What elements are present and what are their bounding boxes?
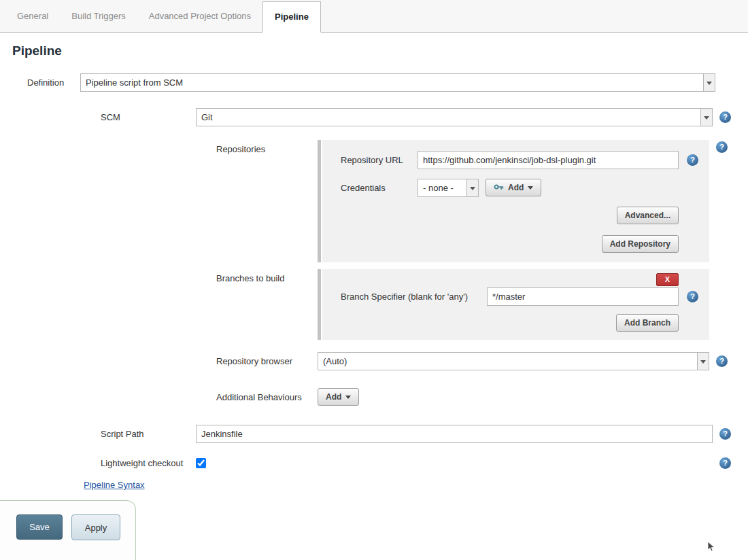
scm-row: SCM Git ? [0, 108, 748, 126]
add-behaviour-button[interactable]: Add [318, 388, 359, 406]
delete-branch-button[interactable]: X [656, 273, 679, 286]
repository-browser-select-value: (Auto) [318, 353, 697, 370]
pipeline-syntax-wrap: Pipeline Syntax [0, 480, 748, 490]
definition-label: Definition [27, 73, 80, 88]
repository-url-help-icon[interactable]: ? [687, 154, 698, 166]
lightweight-checkout-checkbox[interactable] [196, 458, 206, 468]
tab-general[interactable]: General [5, 1, 60, 32]
branches-label: Branches to build [216, 269, 318, 283]
pipeline-syntax-link[interactable]: Pipeline Syntax [84, 480, 145, 490]
branch-specifier-row: Branch Specifier (blank for 'any') ? [341, 287, 698, 306]
advanced-button[interactable]: Advanced... [617, 207, 679, 224]
scm-select[interactable]: Git [196, 108, 713, 126]
repositories-help-icon[interactable]: ? [716, 141, 728, 153]
tab-build-triggers[interactable]: Build Triggers [60, 1, 137, 32]
scm-select-value: Git [197, 109, 700, 126]
scm-help-icon[interactable]: ? [719, 111, 731, 123]
branches-section: Branches to build X Branch Specifier (bl… [0, 269, 748, 340]
apply-button[interactable]: Apply [71, 514, 120, 540]
tab-pipeline[interactable]: Pipeline [262, 1, 321, 33]
additional-behaviours-label: Additional Behaviours [216, 388, 318, 402]
repository-browser-row: Repository browser (Auto) ? [0, 352, 748, 370]
repository-browser-help-icon[interactable]: ? [716, 355, 728, 367]
credentials-select[interactable]: - none - [418, 179, 479, 197]
repositories-section: Repositories Repository URL ? Credential… [0, 140, 748, 262]
lightweight-checkout-label: Lightweight checkout [101, 454, 196, 468]
caret-down-icon [528, 186, 533, 192]
credentials-row: Credentials - none - Add [341, 179, 698, 197]
definition-row: Definition Pipeline script from SCM [0, 73, 748, 92]
repositories-label: Repositories [216, 140, 318, 154]
chevron-down-icon [703, 74, 715, 91]
credentials-select-value: - none - [418, 179, 466, 196]
credentials-label: Credentials [341, 179, 418, 193]
add-branch-button[interactable]: Add Branch [616, 314, 679, 332]
add-credentials-label: Add [508, 183, 524, 192]
repository-url-label: Repository URL [341, 151, 418, 165]
add-behaviour-label: Add [326, 392, 341, 402]
branch-specifier-input[interactable] [487, 287, 679, 306]
save-button[interactable]: Save [16, 514, 63, 540]
script-path-help-icon[interactable]: ? [719, 428, 731, 440]
add-repository-button[interactable]: Add Repository [602, 235, 679, 253]
definition-select-value: Pipeline script from SCM [81, 74, 703, 91]
mouse-cursor-icon [707, 542, 715, 554]
lightweight-checkout-help-icon[interactable]: ? [719, 457, 731, 469]
repository-chunk: Repository URL ? Credentials - none - [322, 140, 709, 262]
repository-browser-select[interactable]: (Auto) [318, 352, 709, 370]
branch-specifier-label: Branch Specifier (blank for 'any') [341, 287, 487, 302]
script-path-row: Script Path ? [0, 425, 748, 443]
repository-url-row: Repository URL ? [341, 151, 698, 169]
repository-browser-label: Repository browser [216, 352, 318, 366]
scm-label: SCM [101, 108, 196, 122]
repository-drag-handle[interactable] [318, 140, 321, 262]
definition-select[interactable]: Pipeline script from SCM [80, 73, 715, 92]
chevron-down-icon [697, 353, 709, 370]
script-path-label: Script Path [101, 425, 196, 439]
page-title: Pipeline [12, 43, 748, 58]
bottom-button-bar: Save Apply [0, 500, 136, 560]
script-path-input[interactable] [196, 425, 713, 443]
tab-advanced-project-options[interactable]: Advanced Project Options [137, 1, 262, 32]
additional-behaviours-row: Additional Behaviours Add [0, 388, 748, 406]
add-credentials-button[interactable]: Add [486, 179, 541, 196]
config-tab-bar: General Build Triggers Advanced Project … [0, 0, 748, 33]
key-icon [494, 183, 504, 192]
branch-chunk: X Branch Specifier (blank for 'any') ? A… [322, 269, 709, 340]
branch-drag-handle[interactable] [318, 269, 321, 340]
chevron-down-icon [700, 109, 712, 126]
chevron-down-icon [466, 179, 478, 196]
branch-specifier-help-icon[interactable]: ? [687, 291, 698, 302]
repository-url-input[interactable] [418, 151, 679, 169]
lightweight-checkout-row: Lightweight checkout ? [0, 454, 748, 469]
caret-down-icon [345, 396, 351, 402]
